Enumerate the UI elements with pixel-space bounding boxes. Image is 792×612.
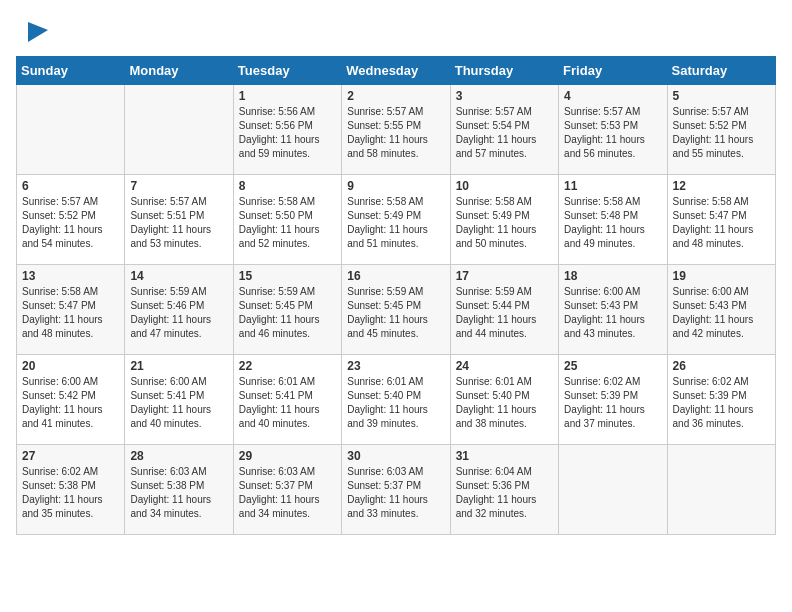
day-number: 12 bbox=[673, 179, 770, 193]
day-number: 16 bbox=[347, 269, 444, 283]
calendar-cell bbox=[125, 85, 233, 175]
day-info: Sunrise: 6:00 AM Sunset: 5:41 PM Dayligh… bbox=[130, 375, 227, 431]
calendar-cell: 19Sunrise: 6:00 AM Sunset: 5:43 PM Dayli… bbox=[667, 265, 775, 355]
day-info: Sunrise: 5:59 AM Sunset: 5:45 PM Dayligh… bbox=[347, 285, 444, 341]
calendar-cell: 23Sunrise: 6:01 AM Sunset: 5:40 PM Dayli… bbox=[342, 355, 450, 445]
day-info: Sunrise: 6:02 AM Sunset: 5:39 PM Dayligh… bbox=[673, 375, 770, 431]
day-number: 5 bbox=[673, 89, 770, 103]
calendar-cell: 10Sunrise: 5:58 AM Sunset: 5:49 PM Dayli… bbox=[450, 175, 558, 265]
day-info: Sunrise: 6:01 AM Sunset: 5:41 PM Dayligh… bbox=[239, 375, 336, 431]
day-info: Sunrise: 6:02 AM Sunset: 5:39 PM Dayligh… bbox=[564, 375, 661, 431]
calendar-cell: 11Sunrise: 5:58 AM Sunset: 5:48 PM Dayli… bbox=[559, 175, 667, 265]
calendar-cell: 4Sunrise: 5:57 AM Sunset: 5:53 PM Daylig… bbox=[559, 85, 667, 175]
day-number: 1 bbox=[239, 89, 336, 103]
calendar-cell bbox=[667, 445, 775, 535]
day-number: 11 bbox=[564, 179, 661, 193]
calendar-cell: 28Sunrise: 6:03 AM Sunset: 5:38 PM Dayli… bbox=[125, 445, 233, 535]
day-number: 18 bbox=[564, 269, 661, 283]
day-number: 8 bbox=[239, 179, 336, 193]
day-info: Sunrise: 5:57 AM Sunset: 5:55 PM Dayligh… bbox=[347, 105, 444, 161]
day-info: Sunrise: 5:59 AM Sunset: 5:44 PM Dayligh… bbox=[456, 285, 553, 341]
calendar-cell: 6Sunrise: 5:57 AM Sunset: 5:52 PM Daylig… bbox=[17, 175, 125, 265]
day-info: Sunrise: 5:59 AM Sunset: 5:46 PM Dayligh… bbox=[130, 285, 227, 341]
day-info: Sunrise: 5:56 AM Sunset: 5:56 PM Dayligh… bbox=[239, 105, 336, 161]
calendar-cell: 17Sunrise: 5:59 AM Sunset: 5:44 PM Dayli… bbox=[450, 265, 558, 355]
svg-marker-0 bbox=[28, 22, 48, 42]
calendar-cell: 18Sunrise: 6:00 AM Sunset: 5:43 PM Dayli… bbox=[559, 265, 667, 355]
day-info: Sunrise: 5:57 AM Sunset: 5:53 PM Dayligh… bbox=[564, 105, 661, 161]
day-number: 27 bbox=[22, 449, 119, 463]
calendar-week-row: 13Sunrise: 5:58 AM Sunset: 5:47 PM Dayli… bbox=[17, 265, 776, 355]
day-info: Sunrise: 5:58 AM Sunset: 5:47 PM Dayligh… bbox=[22, 285, 119, 341]
calendar-cell: 13Sunrise: 5:58 AM Sunset: 5:47 PM Dayli… bbox=[17, 265, 125, 355]
day-number: 17 bbox=[456, 269, 553, 283]
calendar-cell: 25Sunrise: 6:02 AM Sunset: 5:39 PM Dayli… bbox=[559, 355, 667, 445]
calendar-cell: 26Sunrise: 6:02 AM Sunset: 5:39 PM Dayli… bbox=[667, 355, 775, 445]
calendar-cell: 2Sunrise: 5:57 AM Sunset: 5:55 PM Daylig… bbox=[342, 85, 450, 175]
weekday-header: Monday bbox=[125, 57, 233, 85]
day-number: 3 bbox=[456, 89, 553, 103]
day-number: 6 bbox=[22, 179, 119, 193]
weekday-header: Thursday bbox=[450, 57, 558, 85]
weekday-header: Wednesday bbox=[342, 57, 450, 85]
day-info: Sunrise: 6:02 AM Sunset: 5:38 PM Dayligh… bbox=[22, 465, 119, 521]
weekday-header: Tuesday bbox=[233, 57, 341, 85]
day-info: Sunrise: 6:00 AM Sunset: 5:42 PM Dayligh… bbox=[22, 375, 119, 431]
day-number: 23 bbox=[347, 359, 444, 373]
day-number: 4 bbox=[564, 89, 661, 103]
day-number: 29 bbox=[239, 449, 336, 463]
day-info: Sunrise: 5:58 AM Sunset: 5:47 PM Dayligh… bbox=[673, 195, 770, 251]
calendar-cell: 3Sunrise: 5:57 AM Sunset: 5:54 PM Daylig… bbox=[450, 85, 558, 175]
day-info: Sunrise: 6:04 AM Sunset: 5:36 PM Dayligh… bbox=[456, 465, 553, 521]
day-info: Sunrise: 5:57 AM Sunset: 5:52 PM Dayligh… bbox=[22, 195, 119, 251]
day-info: Sunrise: 6:01 AM Sunset: 5:40 PM Dayligh… bbox=[456, 375, 553, 431]
weekday-header: Sunday bbox=[17, 57, 125, 85]
weekday-header: Friday bbox=[559, 57, 667, 85]
day-number: 28 bbox=[130, 449, 227, 463]
day-info: Sunrise: 6:03 AM Sunset: 5:37 PM Dayligh… bbox=[239, 465, 336, 521]
logo bbox=[16, 16, 50, 46]
calendar-cell: 14Sunrise: 5:59 AM Sunset: 5:46 PM Dayli… bbox=[125, 265, 233, 355]
calendar-cell: 22Sunrise: 6:01 AM Sunset: 5:41 PM Dayli… bbox=[233, 355, 341, 445]
weekday-header: Saturday bbox=[667, 57, 775, 85]
day-info: Sunrise: 6:01 AM Sunset: 5:40 PM Dayligh… bbox=[347, 375, 444, 431]
calendar-cell: 15Sunrise: 5:59 AM Sunset: 5:45 PM Dayli… bbox=[233, 265, 341, 355]
calendar-cell: 20Sunrise: 6:00 AM Sunset: 5:42 PM Dayli… bbox=[17, 355, 125, 445]
calendar-cell: 31Sunrise: 6:04 AM Sunset: 5:36 PM Dayli… bbox=[450, 445, 558, 535]
calendar-cell: 5Sunrise: 5:57 AM Sunset: 5:52 PM Daylig… bbox=[667, 85, 775, 175]
logo-icon bbox=[20, 16, 50, 46]
page-header bbox=[16, 16, 776, 46]
day-number: 20 bbox=[22, 359, 119, 373]
calendar-cell: 21Sunrise: 6:00 AM Sunset: 5:41 PM Dayli… bbox=[125, 355, 233, 445]
calendar-cell bbox=[17, 85, 125, 175]
day-info: Sunrise: 6:03 AM Sunset: 5:38 PM Dayligh… bbox=[130, 465, 227, 521]
calendar-cell: 16Sunrise: 5:59 AM Sunset: 5:45 PM Dayli… bbox=[342, 265, 450, 355]
day-number: 25 bbox=[564, 359, 661, 373]
day-number: 30 bbox=[347, 449, 444, 463]
calendar-week-row: 20Sunrise: 6:00 AM Sunset: 5:42 PM Dayli… bbox=[17, 355, 776, 445]
day-number: 26 bbox=[673, 359, 770, 373]
calendar-week-row: 27Sunrise: 6:02 AM Sunset: 5:38 PM Dayli… bbox=[17, 445, 776, 535]
day-info: Sunrise: 6:03 AM Sunset: 5:37 PM Dayligh… bbox=[347, 465, 444, 521]
calendar-cell: 7Sunrise: 5:57 AM Sunset: 5:51 PM Daylig… bbox=[125, 175, 233, 265]
calendar-cell: 12Sunrise: 5:58 AM Sunset: 5:47 PM Dayli… bbox=[667, 175, 775, 265]
day-number: 15 bbox=[239, 269, 336, 283]
day-info: Sunrise: 5:58 AM Sunset: 5:48 PM Dayligh… bbox=[564, 195, 661, 251]
calendar-cell: 24Sunrise: 6:01 AM Sunset: 5:40 PM Dayli… bbox=[450, 355, 558, 445]
weekday-header-row: SundayMondayTuesdayWednesdayThursdayFrid… bbox=[17, 57, 776, 85]
day-info: Sunrise: 5:58 AM Sunset: 5:49 PM Dayligh… bbox=[347, 195, 444, 251]
day-number: 22 bbox=[239, 359, 336, 373]
day-number: 14 bbox=[130, 269, 227, 283]
day-info: Sunrise: 5:57 AM Sunset: 5:51 PM Dayligh… bbox=[130, 195, 227, 251]
calendar-cell bbox=[559, 445, 667, 535]
calendar-cell: 1Sunrise: 5:56 AM Sunset: 5:56 PM Daylig… bbox=[233, 85, 341, 175]
day-number: 19 bbox=[673, 269, 770, 283]
calendar-week-row: 6Sunrise: 5:57 AM Sunset: 5:52 PM Daylig… bbox=[17, 175, 776, 265]
day-number: 10 bbox=[456, 179, 553, 193]
calendar-cell: 8Sunrise: 5:58 AM Sunset: 5:50 PM Daylig… bbox=[233, 175, 341, 265]
calendar-table: SundayMondayTuesdayWednesdayThursdayFrid… bbox=[16, 56, 776, 535]
calendar-cell: 27Sunrise: 6:02 AM Sunset: 5:38 PM Dayli… bbox=[17, 445, 125, 535]
calendar-cell: 30Sunrise: 6:03 AM Sunset: 5:37 PM Dayli… bbox=[342, 445, 450, 535]
day-info: Sunrise: 5:58 AM Sunset: 5:49 PM Dayligh… bbox=[456, 195, 553, 251]
day-info: Sunrise: 5:57 AM Sunset: 5:54 PM Dayligh… bbox=[456, 105, 553, 161]
